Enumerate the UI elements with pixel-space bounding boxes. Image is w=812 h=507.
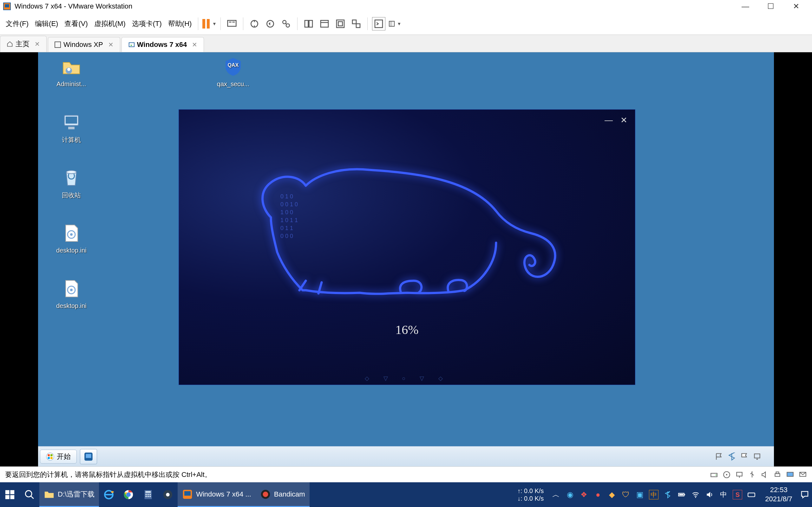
taskbar-explorer[interactable]: D:\迅雷下载 — [39, 482, 99, 507]
tray-wifi-icon[interactable] — [691, 490, 700, 499]
close-icon[interactable]: ✕ — [192, 41, 197, 49]
view-split-button[interactable] — [302, 17, 315, 31]
tray-app5-icon[interactable]: ▣ — [635, 490, 645, 499]
revert-snapshot-button[interactable] — [264, 17, 277, 31]
installer-minimize-button[interactable]: — — [605, 115, 613, 125]
svg-point-62 — [26, 491, 32, 497]
guest-desktop[interactable]: Administ... 计算机 回收站 desktop.ini desktop.… — [38, 52, 774, 466]
icon-label: qax_secu... — [217, 80, 249, 88]
guest-tray-network-icon[interactable] — [753, 452, 761, 461]
svg-point-77 — [166, 493, 169, 496]
host-clock[interactable]: 22:53 2021/8/7 — [760, 486, 798, 504]
status-display-icon[interactable] — [786, 470, 794, 479]
desktop-icon-administrator[interactable]: Administ... — [44, 55, 98, 88]
maximize-button[interactable]: ☐ — [764, 2, 777, 11]
tray-app4-icon[interactable]: ◆ — [607, 490, 617, 499]
view-single-button[interactable] — [318, 17, 331, 31]
svg-point-6 — [283, 20, 287, 24]
media-icon — [162, 489, 173, 500]
pause-vm-button[interactable]: ▼ — [203, 17, 216, 31]
tab-windows-xp[interactable]: Windows XP ✕ — [48, 37, 120, 52]
fullscreen-button[interactable] — [334, 17, 347, 31]
unity-button[interactable] — [350, 17, 363, 31]
tray-shield-icon[interactable]: 🛡 — [621, 490, 630, 499]
minimize-button[interactable]: — — [739, 2, 752, 11]
notification-center-button[interactable] — [798, 487, 812, 502]
taskbar-chrome[interactable] — [119, 482, 138, 507]
send-cad-button[interactable] — [225, 17, 239, 31]
status-printer-icon[interactable] — [773, 470, 781, 479]
taskbar-calculator[interactable] — [138, 482, 158, 507]
tray-app1-icon[interactable]: ◉ — [565, 490, 575, 499]
svg-rect-74 — [148, 496, 149, 497]
status-message-icon[interactable] — [799, 470, 807, 479]
vmware-tools-tray-button[interactable] — [80, 449, 97, 464]
status-network-icon[interactable] — [735, 470, 744, 479]
taskbar-bandicam[interactable]: Bandicam — [256, 482, 310, 507]
close-icon[interactable]: ✕ — [108, 41, 113, 49]
menu-tabs[interactable]: 选项卡(T) — [130, 17, 164, 31]
desktop-icon-computer[interactable]: 计算机 — [44, 111, 98, 144]
taskbar-ie[interactable] — [99, 482, 119, 507]
desktop-icon-recycle-bin[interactable]: 回收站 — [44, 166, 98, 200]
tray-volume-icon[interactable] — [705, 490, 714, 499]
svg-rect-71 — [148, 494, 149, 495]
library-button[interactable]: ▼ — [388, 17, 401, 31]
taskbar-media[interactable] — [158, 482, 177, 507]
menu-help[interactable]: 帮助(H) — [166, 17, 194, 31]
menu-edit[interactable]: 编辑(E) — [33, 17, 60, 31]
tab-home[interactable]: 主页 ✕ — [0, 36, 47, 52]
status-usb-icon[interactable] — [748, 470, 756, 479]
desktop-icon-ini-2[interactable]: desktop.ini — [44, 277, 98, 309]
recycle-bin-icon — [60, 166, 83, 189]
install-progress-percent: 16% — [179, 322, 635, 337]
desktop-icon-qax[interactable]: QAX qax_secu... — [206, 55, 260, 88]
guest-tray-flag-icon[interactable] — [715, 452, 723, 461]
menu-vm[interactable]: 虚拟机(M) — [92, 17, 128, 31]
svg-rect-21 — [129, 43, 134, 47]
netspeed-monitor[interactable]: ↑: 0.0 K/s ↓: 0.0 K/s — [517, 487, 548, 502]
tray-bluetooth-icon[interactable] — [663, 490, 672, 499]
svg-rect-11 — [321, 20, 328, 27]
vmware-logo-icon — [3, 3, 11, 10]
menu-view[interactable]: 查看(V) — [62, 17, 90, 31]
svg-rect-43 — [50, 457, 53, 459]
svg-point-51 — [726, 474, 727, 475]
tray-sogou-icon[interactable]: S — [733, 490, 742, 499]
svg-rect-41 — [50, 454, 53, 456]
close-button[interactable]: ✕ — [790, 2, 803, 11]
desktop-icon-ini-1[interactable]: desktop.ini — [44, 222, 98, 254]
status-sound-icon[interactable] — [761, 470, 769, 479]
status-cd-icon[interactable] — [722, 470, 731, 479]
guest-tray-bluetooth-icon[interactable] — [728, 452, 736, 461]
svg-rect-73 — [146, 496, 147, 497]
host-search-button[interactable] — [20, 482, 39, 507]
tab-windows-7[interactable]: Windows 7 x64 ✕ — [121, 37, 204, 52]
console-button[interactable] — [372, 17, 386, 31]
menu-file[interactable]: 文件(F) — [4, 17, 31, 31]
manage-snapshots-button[interactable] — [280, 17, 293, 31]
svg-point-29 — [70, 233, 72, 236]
tray-keyboard-icon[interactable] — [747, 490, 756, 499]
snapshot-button[interactable] — [248, 17, 261, 31]
close-icon[interactable]: ✕ — [35, 40, 40, 48]
svg-rect-59 — [10, 490, 14, 494]
status-disk-icon[interactable] — [710, 470, 718, 479]
taskbar-vmware[interactable]: Windows 7 x64 ... — [177, 482, 256, 507]
guest-tray-action-icon[interactable] — [740, 452, 749, 461]
svg-rect-72 — [149, 494, 151, 495]
dropdown-icon: ▼ — [212, 21, 217, 26]
tray-ime-zh-icon[interactable]: 中 — [649, 490, 658, 499]
tray-chevron-up-icon[interactable]: ︿ — [551, 490, 561, 499]
tray-ime-button[interactable]: 中 — [719, 490, 728, 499]
installer-bottom-decor: ◇ ▽ ○ ▽ ◇ — [179, 372, 635, 385]
host-start-button[interactable] — [0, 482, 20, 507]
svg-text:0 1 0: 0 1 0 — [281, 193, 293, 200]
tray-app3-icon[interactable]: ● — [593, 490, 603, 499]
guest-show-desktop[interactable] — [766, 452, 770, 461]
taskbar-vmware-label: Windows 7 x64 ... — [196, 490, 251, 498]
tray-app2-icon[interactable]: ❖ — [579, 490, 589, 499]
installer-close-button[interactable]: ✕ — [620, 115, 627, 125]
tray-battery-icon[interactable] — [677, 490, 687, 499]
start-button[interactable]: 开始 — [40, 450, 77, 464]
